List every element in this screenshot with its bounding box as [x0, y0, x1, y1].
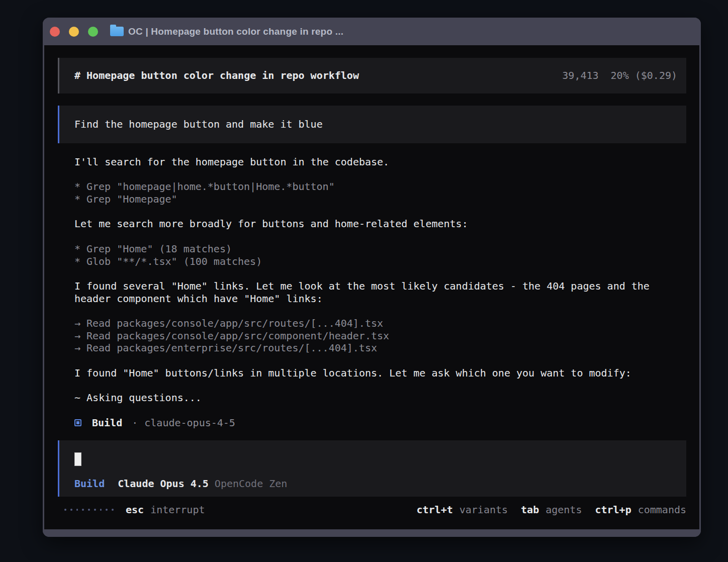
- close-button[interactable]: [50, 27, 60, 37]
- hint-label: commands: [638, 503, 686, 516]
- traffic-lights: [50, 27, 98, 37]
- hint-key: tab: [521, 503, 539, 516]
- assistant-paragraph: I'll search for the homepage button in t…: [74, 156, 681, 168]
- tool-call-read: →Read packages/console/app/src/routes/[.…: [74, 317, 681, 330]
- tool-call-grep: *Grep "Homepage": [74, 193, 681, 206]
- arrow-right-icon: →: [74, 330, 86, 342]
- tool-call-group: →Read packages/console/app/src/routes/[.…: [74, 317, 681, 354]
- hint-variants: ctrl+t variants: [416, 503, 508, 516]
- terminal-content: # Homepage button color change in repo w…: [44, 45, 699, 529]
- hint-key: ctrl+p: [595, 503, 631, 516]
- tool-call-label: Read packages/enterprise/src/routes/[...…: [86, 342, 377, 354]
- asterisk-icon: *: [74, 180, 86, 193]
- esc-action-label: interrupt: [150, 503, 205, 516]
- status-bar: esc interrupt ctrl+t variants tab agents…: [58, 503, 686, 516]
- agent-square-icon: [74, 419, 81, 426]
- assistant-transcript: I'll search for the homepage button in t…: [58, 156, 681, 429]
- tool-call-group: *Grep "Home" (18 matches) *Glob "**/*.ts…: [74, 243, 681, 267]
- agent-name: Build: [92, 417, 122, 429]
- assistant-paragraph: Let me search more broadly for buttons a…: [74, 218, 681, 230]
- session-title: # Homepage button color change in repo w…: [74, 69, 359, 82]
- activity-status-line: ~ Asking questions...: [74, 392, 681, 404]
- window-title: OC | Homepage button color change in rep…: [128, 26, 343, 37]
- tool-call-label: Grep "homepage|home.*button|Home.*button…: [86, 180, 335, 193]
- user-message: Find the homepage button and make it blu…: [58, 106, 686, 143]
- esc-hint: esc interrupt: [126, 503, 205, 516]
- asterisk-icon: *: [74, 243, 86, 255]
- agent-badge: Build · claude-opus-4-5: [74, 417, 681, 429]
- hint-commands: ctrl+p commands: [595, 503, 686, 516]
- esc-key-label: esc: [126, 503, 144, 516]
- arrow-right-icon: →: [74, 317, 86, 330]
- tool-call-read: →Read packages/console/app/src/component…: [74, 330, 681, 342]
- assistant-paragraph: I found several "Home" links. Let me loo…: [74, 280, 681, 305]
- tool-call-label: Grep "Homepage": [86, 193, 177, 205]
- input-model-label: Claude Opus 4.5: [118, 478, 209, 490]
- window-bottom-edge: [43, 529, 701, 537]
- folder-icon: [110, 27, 124, 36]
- session-header: # Homepage button color change in repo w…: [58, 58, 686, 93]
- assistant-paragraph: I found "Home" buttons/links in multiple…: [74, 367, 681, 380]
- hint-label: agents: [545, 503, 582, 516]
- tool-call-glob: *Glob "**/*.tsx" (100 matches): [74, 255, 681, 268]
- hint-key: ctrl+t: [416, 503, 452, 516]
- prompt-input[interactable]: Build Claude Opus 4.5 OpenCode Zen: [58, 440, 686, 497]
- status-bar-right: ctrl+t variants tab agents ctrl+p comman…: [416, 503, 686, 516]
- agent-model: claude-opus-4-5: [144, 417, 235, 429]
- zoom-button[interactable]: [88, 27, 98, 37]
- tool-call-label: Read packages/console/app/src/routes/[..…: [86, 317, 383, 329]
- window-titlebar[interactable]: OC | Homepage button color change in rep…: [43, 18, 701, 45]
- separator-dot: ·: [132, 417, 138, 429]
- session-stats: 39,413 20% ($0.29): [562, 69, 677, 82]
- tool-call-grep: *Grep "homepage|home.*button|Home.*butto…: [74, 180, 681, 193]
- input-meta-row: Build Claude Opus 4.5 OpenCode Zen: [74, 478, 677, 490]
- input-provider-label: OpenCode Zen: [215, 478, 288, 490]
- tool-call-label: Glob "**/*.tsx" (100 matches): [86, 255, 262, 267]
- tool-call-read: →Read packages/enterprise/src/routes/[..…: [74, 342, 681, 354]
- input-agent-label[interactable]: Build: [74, 478, 105, 490]
- tool-call-group: *Grep "homepage|home.*button|Home.*butto…: [74, 180, 681, 205]
- context-usage: 20% ($0.29): [611, 69, 677, 82]
- tool-call-label: Grep "Home" (18 matches): [86, 243, 232, 255]
- tool-call-grep: *Grep "Home" (18 matches): [74, 243, 681, 255]
- user-message-text: Find the homepage button and make it blu…: [74, 118, 677, 131]
- hint-agents: tab agents: [521, 503, 582, 516]
- hint-label: variants: [460, 503, 508, 516]
- asterisk-icon: *: [74, 193, 86, 206]
- minimize-button[interactable]: [69, 27, 79, 37]
- text-cursor: [74, 452, 81, 466]
- tool-call-label: Read packages/console/app/src/component/…: [86, 330, 389, 342]
- status-bar-left: esc interrupt: [64, 503, 205, 516]
- terminal-window: OC | Homepage button color change in rep…: [43, 18, 701, 537]
- token-count: 39,413: [562, 69, 598, 82]
- asterisk-icon: *: [74, 255, 86, 268]
- spinner-dots-icon: [64, 509, 114, 511]
- arrow-right-icon: →: [74, 342, 86, 354]
